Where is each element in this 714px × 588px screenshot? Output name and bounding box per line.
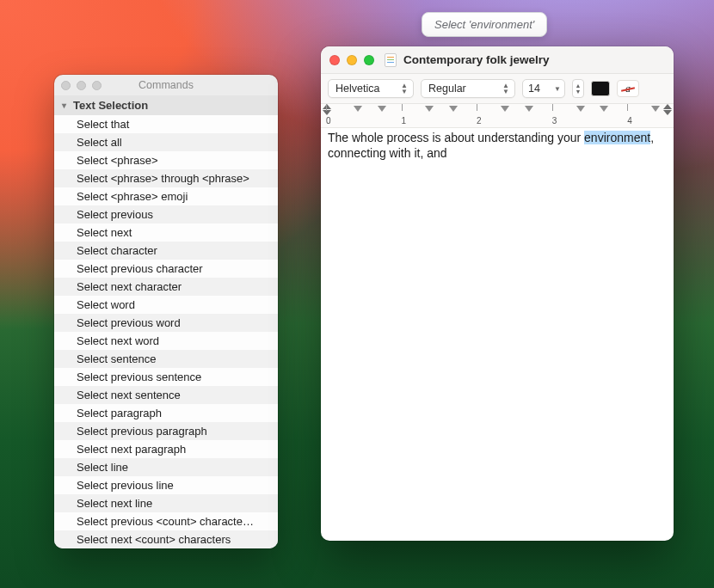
list-item[interactable]: Select all [54, 133, 278, 151]
selected-text: environment [584, 131, 650, 144]
section-header-text-selection[interactable]: ▾ Text Selection [54, 95, 278, 115]
list-item[interactable]: Select line [54, 458, 278, 476]
document-body[interactable]: The whole process is about understanding… [321, 128, 674, 541]
commands-window: Commands ▾ Text Selection Select that Se… [54, 75, 278, 548]
list-item[interactable]: Select that [54, 115, 278, 133]
commands-titlebar[interactable]: Commands [54, 75, 278, 95]
ruler-label: 0 [326, 116, 331, 126]
tab-stop[interactable] [378, 106, 386, 112]
close-icon[interactable] [329, 55, 340, 65]
text-color-swatch[interactable] [591, 81, 610, 96]
list-item[interactable]: Select previous character [54, 260, 278, 278]
textedit-titlebar[interactable]: Contemporary folk jewelry [321, 46, 674, 74]
font-family-value: Helvetica [335, 83, 379, 95]
minimize-icon[interactable] [77, 81, 86, 90]
right-indent-marker[interactable] [663, 110, 672, 115]
list-item[interactable]: Select previous word [54, 314, 278, 332]
list-item[interactable]: Select next word [54, 332, 278, 350]
document-title: Contemporary folk jewelry [403, 53, 550, 66]
tab-stop[interactable] [425, 106, 434, 112]
font-size-field[interactable]: 14 ▼ [522, 79, 565, 98]
tab-stop[interactable] [600, 106, 608, 112]
ruler-label: 1 [402, 116, 407, 126]
section-header-label: Text Selection [73, 99, 148, 112]
font-weight-value: Regular [428, 83, 466, 95]
list-item[interactable]: Select character [54, 242, 278, 260]
tab-stop[interactable] [449, 106, 458, 112]
chevron-updown-icon: ▲▼ [399, 83, 409, 95]
zoom-icon[interactable] [92, 81, 102, 90]
clear-formatting-button[interactable]: a [617, 80, 639, 97]
ruler[interactable]: 0 1 2 3 4 [321, 104, 674, 128]
right-indent-marker[interactable] [663, 104, 672, 109]
tab-stop[interactable] [651, 106, 660, 112]
tab-stop[interactable] [525, 106, 533, 112]
ruler-label: 4 [627, 116, 632, 126]
list-item[interactable]: Select next character [54, 278, 278, 296]
chevron-updown-icon: ▲▼ [501, 83, 511, 95]
first-line-indent-marker[interactable] [323, 104, 331, 109]
font-size-value: 14 [528, 83, 540, 95]
chevron-down-icon: ▼ [552, 86, 563, 92]
ruler-label: 2 [477, 116, 482, 126]
list-item[interactable]: Select previous [54, 205, 278, 224]
tab-stop[interactable] [354, 106, 362, 112]
voice-command-badge: Select 'environment' [422, 12, 547, 37]
list-item[interactable]: Select <phrase> through <phrase> [54, 169, 278, 187]
list-item[interactable]: Select next [54, 224, 278, 242]
font-family-select[interactable]: Helvetica ▲▼ [328, 79, 414, 98]
left-indent-marker[interactable] [323, 110, 331, 115]
list-item[interactable]: Select next line [54, 494, 278, 512]
font-weight-select[interactable]: Regular ▲▼ [421, 79, 515, 98]
list-item[interactable]: Select next paragraph [54, 440, 278, 458]
textedit-window: Contemporary folk jewelry Helvetica ▲▼ R… [321, 46, 674, 541]
list-item[interactable]: Select next sentence [54, 386, 278, 404]
list-item[interactable]: Select paragraph [54, 404, 278, 422]
chevron-down-icon: ▾ [58, 101, 70, 110]
list-item[interactable]: Select previous line [54, 476, 278, 494]
list-item[interactable]: Select next <count> characters [54, 530, 278, 548]
list-item[interactable]: Select sentence [54, 350, 278, 368]
close-icon[interactable] [61, 81, 71, 90]
list-item[interactable]: Select word [54, 296, 278, 314]
tab-stop[interactable] [501, 106, 509, 112]
tab-stop[interactable] [576, 106, 585, 112]
document-icon [385, 53, 397, 67]
font-size-stepper[interactable]: ▲▼ [572, 79, 584, 98]
textedit-toolbar: Helvetica ▲▼ Regular ▲▼ 14 ▼ ▲▼ a [321, 74, 674, 104]
zoom-icon[interactable] [364, 55, 374, 65]
ruler-label: 3 [552, 116, 557, 126]
minimize-icon[interactable] [347, 55, 357, 65]
list-item[interactable]: Select <phrase> emoji [54, 187, 278, 205]
command-list: Select that Select all Select <phrase> S… [54, 115, 278, 548]
document-text: The whole process is about understanding… [328, 131, 584, 144]
list-item[interactable]: Select <phrase> [54, 151, 278, 169]
list-item[interactable]: Select previous paragraph [54, 422, 278, 440]
list-item[interactable]: Select previous <count> characte… [54, 512, 278, 530]
list-item[interactable]: Select previous sentence [54, 368, 278, 386]
